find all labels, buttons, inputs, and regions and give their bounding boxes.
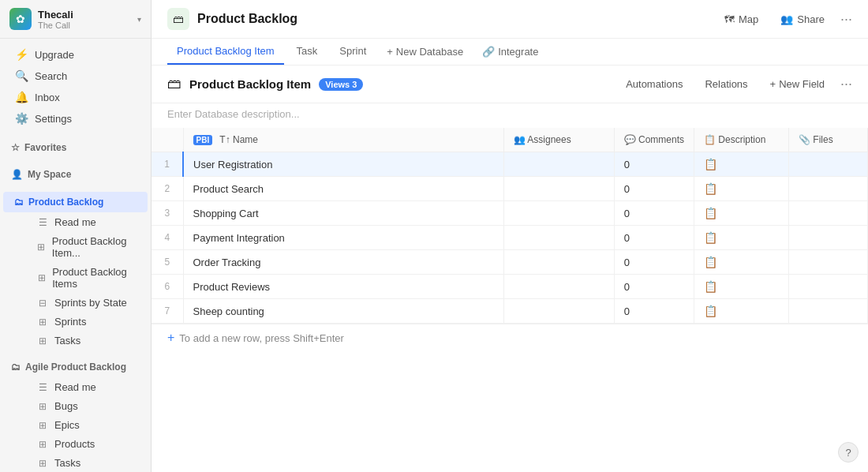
tasks2-label: Tasks — [54, 457, 80, 469]
workspace-header[interactable]: ✿ Thecali The Call ▾ — [0, 0, 151, 39]
tab-integrate[interactable]: 🔗 Integrate — [474, 39, 546, 64]
row-description[interactable]: 📋 — [694, 250, 789, 275]
settings-label: Settings — [35, 113, 72, 125]
row-files[interactable] — [789, 299, 868, 324]
products-icon: ⊞ — [36, 439, 49, 450]
sidebar-item-products[interactable]: ⊞ Products — [14, 435, 148, 453]
row-description[interactable]: 📋 — [694, 226, 789, 250]
db-header: 🗃 Product Backlog Item Views 3 Automatio… — [152, 66, 868, 103]
row-description[interactable]: 📋 — [694, 152, 789, 177]
automations-button[interactable]: Automations — [619, 75, 689, 93]
new-field-button[interactable]: + New Field — [764, 75, 831, 93]
sidebar-section-favorites: ☆ Favorites — [0, 134, 151, 161]
map-icon: 🗺 — [724, 13, 735, 25]
data-table: PBI T↑ Name 👥 Assignees 💬 Comments 📋 Des… — [152, 128, 868, 324]
row-name[interactable]: Sheep counting — [183, 299, 503, 324]
row-name[interactable]: Product Search — [183, 177, 503, 201]
row-files[interactable] — [789, 250, 868, 275]
productBacklogItems-label: Product Backlog Items — [52, 266, 137, 290]
tab-task[interactable]: Task — [287, 39, 327, 65]
table-row[interactable]: 4 Payment Integration 0 📋 — [152, 226, 868, 250]
views-badge[interactable]: Views 3 — [319, 78, 363, 91]
row-comments: 0 — [614, 177, 694, 201]
inbox-label: Inbox — [35, 92, 60, 103]
myspace-header[interactable]: 👤 My Space — [0, 164, 151, 185]
col-files[interactable]: 📎 Files — [789, 128, 868, 152]
row-comments: 0 — [614, 299, 694, 324]
sidebar-item-sprints-by-state[interactable]: ⊟ Sprints by State — [14, 294, 148, 312]
workspace-chevron-icon[interactable]: ▾ — [137, 15, 141, 24]
sidebar-item-read-me-2[interactable]: ☰ Read me — [14, 378, 148, 396]
db-description[interactable]: Enter Database description... — [152, 103, 868, 128]
tab-new-database[interactable]: + New Database — [379, 39, 471, 64]
row-name[interactable]: User Registration — [183, 152, 503, 177]
tab-product-backlog-item[interactable]: Product Backlog Item — [167, 39, 284, 65]
sidebar-item-upgrade[interactable]: ⚡ Upgrade — [3, 44, 148, 65]
table-row[interactable]: 7 Sheep counting 0 📋 — [152, 299, 868, 324]
share-label: Share — [797, 13, 825, 25]
sprintsByState-label: Sprints by State — [54, 297, 127, 309]
tabs-bar: Product Backlog Item Task Sprint + New D… — [152, 39, 868, 66]
row-assignees[interactable] — [503, 226, 614, 250]
sidebar-item-product-backlog-item[interactable]: ⊞ Product Backlog Item... — [14, 232, 148, 262]
row-description[interactable]: 📋 — [694, 299, 789, 324]
table-row[interactable]: 5 Order Tracking 0 📋 — [152, 250, 868, 275]
row-name[interactable]: Payment Integration — [183, 226, 503, 250]
table-body: 1 User Registration 0 📋 2 Product Search… — [152, 152, 868, 324]
relations-button[interactable]: Relations — [698, 75, 754, 93]
col-name[interactable]: PBI T↑ Name — [183, 128, 503, 152]
sidebar-item-bugs[interactable]: ⊞ Bugs — [14, 397, 148, 415]
table-row[interactable]: 1 User Registration 0 📋 — [152, 152, 868, 177]
sidebar-item-product-backlog-items[interactable]: ⊞ Product Backlog Items — [14, 263, 148, 293]
row-files[interactable] — [789, 275, 868, 299]
sidebar-item-read-me-1[interactable]: ☰ Read me — [14, 213, 148, 231]
main-content: 🗃 Product Backlog 🗺 Map 👥 Share ··· Prod… — [152, 0, 868, 472]
row-assignees[interactable] — [503, 201, 614, 226]
row-description[interactable]: 📋 — [694, 201, 789, 226]
agile-backlog-label: Agile Product Backlog — [25, 361, 126, 373]
share-button[interactable]: 👥 Share — [774, 10, 831, 28]
row-files[interactable] — [789, 201, 868, 226]
row-files[interactable] — [789, 226, 868, 250]
col-assignees[interactable]: 👥 Assignees — [503, 128, 614, 152]
sidebar-item-tasks-1[interactable]: ⊞ Tasks — [14, 332, 148, 350]
comments-label: Comments — [638, 134, 684, 145]
table-row[interactable]: 6 Product Reviews 0 📋 — [152, 275, 868, 299]
sidebar-item-settings[interactable]: ⚙️ Settings — [3, 108, 148, 129]
help-button[interactable]: ? — [838, 442, 859, 463]
row-assignees[interactable] — [503, 177, 614, 201]
tasks2-icon: ⊞ — [36, 458, 49, 469]
row-assignees[interactable] — [503, 299, 614, 324]
row-comments: 0 — [614, 226, 694, 250]
table-row[interactable]: 2 Product Search 0 📋 — [152, 177, 868, 201]
row-assignees[interactable] — [503, 250, 614, 275]
tab-sprint[interactable]: Sprint — [330, 39, 376, 65]
map-button[interactable]: 🗺 Map — [718, 10, 765, 28]
favorites-header[interactable]: ☆ Favorites — [0, 137, 151, 158]
sidebar-item-tasks-2[interactable]: ⊞ Tasks — [14, 454, 148, 472]
db-more-icon[interactable]: ··· — [840, 76, 852, 92]
row-files[interactable] — [789, 152, 868, 177]
col-comments[interactable]: 💬 Comments — [614, 128, 694, 152]
col-description[interactable]: 📋 Description — [694, 128, 789, 152]
favorites-label: Favorites — [24, 142, 66, 153]
row-name[interactable]: Shopping Cart — [183, 201, 503, 226]
row-description[interactable]: 📋 — [694, 275, 789, 299]
agile-backlog-header[interactable]: 🗂 Agile Product Backlog — [0, 357, 151, 377]
row-assignees[interactable] — [503, 275, 614, 299]
table-row[interactable]: 3 Shopping Cart 0 📋 — [152, 201, 868, 226]
sidebar-item-sprints[interactable]: ⊞ Sprints — [14, 313, 148, 331]
add-row-button[interactable]: + To add a new row, press Shift+Enter — [152, 324, 868, 351]
header-more-icon[interactable]: ··· — [840, 11, 852, 28]
row-description[interactable]: 📋 — [694, 177, 789, 201]
row-files[interactable] — [789, 177, 868, 201]
sidebar-item-search[interactable]: 🔍 Search — [3, 66, 148, 86]
row-comments: 0 — [614, 275, 694, 299]
row-assignees[interactable] — [503, 152, 614, 177]
sidebar-item-epics[interactable]: ⊞ Epics — [14, 416, 148, 434]
bugs-icon: ⊞ — [36, 401, 49, 412]
product-backlog-header[interactable]: 🗂 Product Backlog — [3, 192, 148, 212]
row-name[interactable]: Product Reviews — [183, 275, 503, 299]
row-name[interactable]: Order Tracking — [183, 250, 503, 275]
sidebar-item-inbox[interactable]: 🔔 Inbox — [3, 87, 148, 107]
